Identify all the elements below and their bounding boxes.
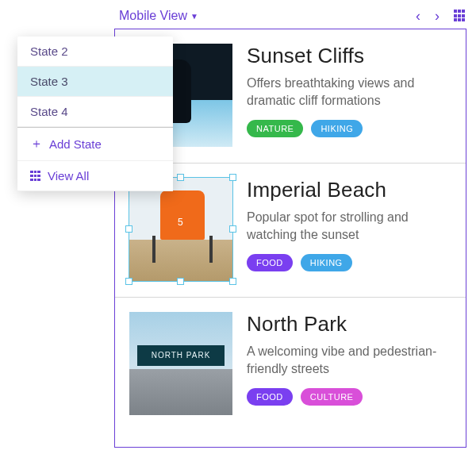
card-tags: NATURE HIKING — [247, 120, 453, 137]
card-tags: FOOD CULTURE — [247, 388, 453, 406]
state-option[interactable]: State 3 — [17, 67, 173, 97]
thumbnail-sign-text: NORTH PARK — [137, 345, 224, 366]
grid-view-button[interactable] — [454, 10, 466, 22]
card-description: Popular spot for strolling and watching … — [247, 209, 453, 243]
view-all-label: View All — [48, 169, 89, 183]
list-item[interactable]: NORTH PARK North Park A welcoming vibe a… — [115, 298, 466, 431]
card-thumbnail[interactable]: 5 — [129, 178, 232, 281]
topbar-actions: ‹ › — [416, 8, 466, 25]
thumbnail-number: 5 — [178, 217, 183, 228]
state-option[interactable]: State 4 — [17, 97, 173, 127]
tag[interactable]: HIKING — [301, 254, 352, 271]
state-option-label: State 2 — [30, 44, 68, 58]
state-option[interactable]: State 2 — [17, 37, 173, 67]
card-description: Offers breathtaking views and dramatic c… — [247, 75, 453, 109]
resize-handle-ne[interactable] — [229, 174, 236, 181]
plus-icon: ＋ — [30, 136, 43, 152]
editor-topbar: Mobile View ▼ ‹ › — [0, 5, 466, 27]
caret-down-icon: ▼ — [190, 12, 198, 21]
state-dropdown: State 2 State 3 State 4 ＋ Add State View… — [17, 37, 173, 191]
resize-handle-se[interactable] — [229, 278, 236, 285]
card-thumbnail[interactable]: NORTH PARK — [129, 312, 232, 415]
next-button[interactable]: › — [435, 8, 440, 25]
add-state-button[interactable]: ＋ Add State — [17, 128, 173, 161]
card-title: Imperial Beach — [247, 178, 453, 202]
resize-handle-w[interactable] — [125, 225, 132, 233]
card-body: Sunset Cliffs Offers breathtaking views … — [247, 44, 453, 147]
card-body: North Park A welcoming vibe and pedestri… — [247, 312, 453, 415]
view-selector[interactable]: Mobile View ▼ — [119, 9, 198, 23]
view-selector-label: Mobile View — [119, 9, 187, 23]
card-description: A welcoming vibe and pedestrian-friendly… — [247, 343, 453, 377]
tag[interactable]: CULTURE — [301, 388, 363, 406]
prev-button[interactable]: ‹ — [416, 8, 420, 25]
resize-handle-n[interactable] — [177, 174, 184, 181]
tag[interactable]: NATURE — [247, 120, 303, 137]
resize-handle-sw[interactable] — [125, 278, 132, 285]
card-body: Imperial Beach Popular spot for strollin… — [247, 178, 453, 281]
thumbnail-image: 5 — [129, 178, 232, 281]
add-state-label: Add State — [49, 137, 102, 151]
state-option-label: State 3 — [30, 75, 68, 88]
view-all-states-button[interactable]: View All — [17, 161, 173, 191]
tag[interactable]: FOOD — [247, 254, 293, 271]
thumbnail-image: NORTH PARK — [129, 312, 232, 415]
card-title: Sunset Cliffs — [247, 44, 453, 68]
tag[interactable]: FOOD — [247, 388, 293, 406]
tag[interactable]: HIKING — [311, 120, 363, 137]
state-option-label: State 4 — [30, 105, 68, 118]
card-tags: FOOD HIKING — [247, 254, 453, 271]
grid-icon — [30, 171, 41, 182]
card-title: North Park — [247, 312, 453, 337]
resize-handle-s[interactable] — [177, 278, 184, 285]
resize-handle-e[interactable] — [229, 225, 236, 233]
